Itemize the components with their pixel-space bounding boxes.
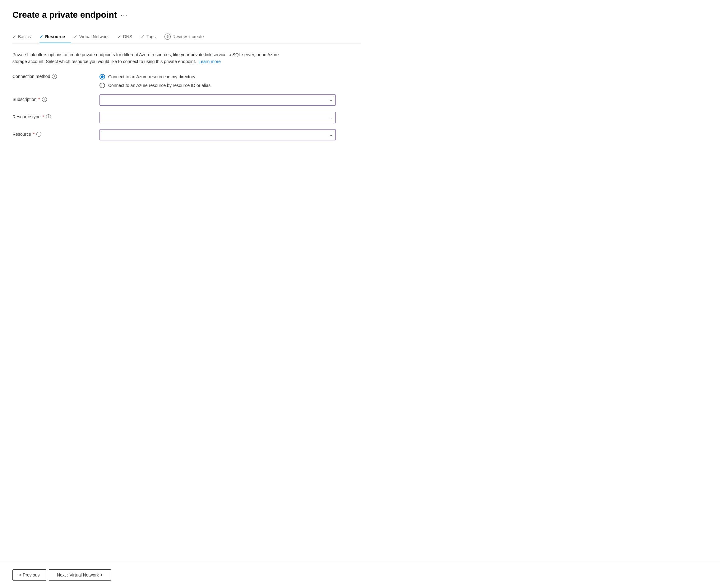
subscription-dropdown-wrapper: ⌄ xyxy=(99,94,336,106)
resource-type-label-col: Resource type * i xyxy=(13,112,99,119)
connection-method-radio-group: Connect to an Azure resource in my direc… xyxy=(99,74,336,88)
connection-method-label-col: Connection method i xyxy=(13,74,99,79)
subscription-select[interactable] xyxy=(99,94,336,106)
resource-dropdown-wrapper: ⌄ xyxy=(99,129,336,141)
step-basics[interactable]: ✓ Basics xyxy=(13,30,37,43)
review-create-label: Review + create xyxy=(173,34,204,39)
basics-check-icon: ✓ xyxy=(13,34,16,39)
radio-directory-label: Connect to an Azure resource in my direc… xyxy=(108,74,196,79)
subscription-control-col: ⌄ xyxy=(99,94,336,106)
resource-required-star: * xyxy=(33,132,35,137)
step-virtual-network[interactable]: ✓ Virtual Network xyxy=(74,30,115,43)
next-button[interactable]: Next : Virtual Network > xyxy=(49,569,111,581)
page-title: Create a private endpoint xyxy=(13,10,117,20)
resource-info-icon[interactable]: i xyxy=(36,132,41,137)
radio-alias-option[interactable]: Connect to an Azure resource by resource… xyxy=(99,83,336,88)
radio-directory-input[interactable] xyxy=(99,74,105,80)
resource-type-required-star: * xyxy=(42,114,44,119)
subscription-label-col: Subscription * i xyxy=(13,94,99,102)
radio-directory-option[interactable]: Connect to an Azure resource in my direc… xyxy=(99,74,336,80)
resource-label-col: Resource * i xyxy=(13,129,99,137)
step-dns[interactable]: ✓ DNS xyxy=(118,30,139,43)
resource-type-info-icon[interactable]: i xyxy=(46,114,51,119)
learn-more-link[interactable]: Learn more xyxy=(198,59,221,64)
subscription-label: Subscription xyxy=(13,97,36,102)
resource-type-control-col: ⌄ xyxy=(99,112,336,123)
step-tags[interactable]: ✓ Tags xyxy=(141,30,162,43)
virtual-network-label: Virtual Network xyxy=(79,34,109,39)
dns-label: DNS xyxy=(123,34,133,39)
resource-label: Resource xyxy=(45,34,65,39)
connection-method-label: Connection method xyxy=(13,74,50,79)
bottom-navigation: < Previous Next : Virtual Network > xyxy=(0,562,720,588)
description-text: Private Link offers options to create pr… xyxy=(13,51,292,65)
subscription-info-icon[interactable]: i xyxy=(42,97,47,102)
steps-navigation: ✓ Basics ✓ Resource ✓ Virtual Network ✓ … xyxy=(13,30,361,44)
radio-alias-input[interactable] xyxy=(99,83,105,88)
subscription-required-star: * xyxy=(38,97,40,102)
resource-type-select[interactable] xyxy=(99,112,336,123)
description-body: Private Link offers options to create pr… xyxy=(13,52,279,64)
step-resource[interactable]: ✓ Resource xyxy=(39,30,71,43)
resource-row: Resource * i ⌄ xyxy=(13,129,361,141)
resource-check-icon: ✓ xyxy=(39,34,43,39)
resource-type-row: Resource type * i ⌄ xyxy=(13,112,361,123)
resource-form: Connection method i Connect to an Azure … xyxy=(13,74,361,141)
connection-method-row: Connection method i Connect to an Azure … xyxy=(13,74,361,88)
dns-check-icon: ✓ xyxy=(118,34,121,39)
resource-type-label: Resource type xyxy=(13,114,40,119)
review-create-badge: 6 xyxy=(164,34,171,40)
step-review-create[interactable]: 6 Review + create xyxy=(164,30,210,43)
previous-button[interactable]: < Previous xyxy=(13,569,46,581)
connection-method-control-col: Connect to an Azure resource in my direc… xyxy=(99,74,336,88)
connection-method-info-icon[interactable]: i xyxy=(52,74,57,79)
resource-control-col: ⌄ xyxy=(99,129,336,141)
tags-check-icon: ✓ xyxy=(141,34,144,39)
subscription-row: Subscription * i ⌄ xyxy=(13,94,361,106)
resource-select[interactable] xyxy=(99,129,336,141)
virtual-network-check-icon: ✓ xyxy=(74,34,77,39)
more-options-button[interactable]: ··· xyxy=(121,12,128,19)
basics-label: Basics xyxy=(18,34,31,39)
resource-type-dropdown-wrapper: ⌄ xyxy=(99,112,336,123)
radio-alias-label: Connect to an Azure resource by resource… xyxy=(108,83,212,88)
tags-label: Tags xyxy=(146,34,156,39)
resource-label: Resource xyxy=(13,132,31,137)
